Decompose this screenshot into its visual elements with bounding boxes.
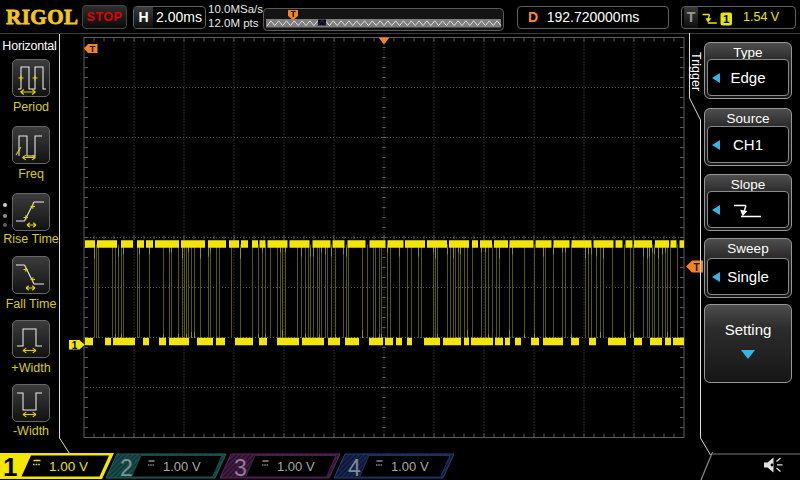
svg-text:1: 1: [72, 340, 78, 351]
svg-text:1.00 V: 1.00 V: [391, 459, 429, 474]
svg-text:1.00 V: 1.00 V: [277, 459, 315, 474]
svg-text:2: 2: [120, 455, 133, 480]
svg-text:1.00 V: 1.00 V: [163, 459, 201, 474]
svg-text:3: 3: [234, 455, 247, 480]
svg-text:1: 1: [3, 452, 17, 480]
svg-text:1: 1: [723, 13, 730, 25]
svg-text:T: T: [90, 43, 96, 54]
svg-text:T: T: [290, 9, 296, 19]
svg-text:1.00 V: 1.00 V: [49, 459, 88, 474]
svg-text:4: 4: [348, 455, 361, 480]
